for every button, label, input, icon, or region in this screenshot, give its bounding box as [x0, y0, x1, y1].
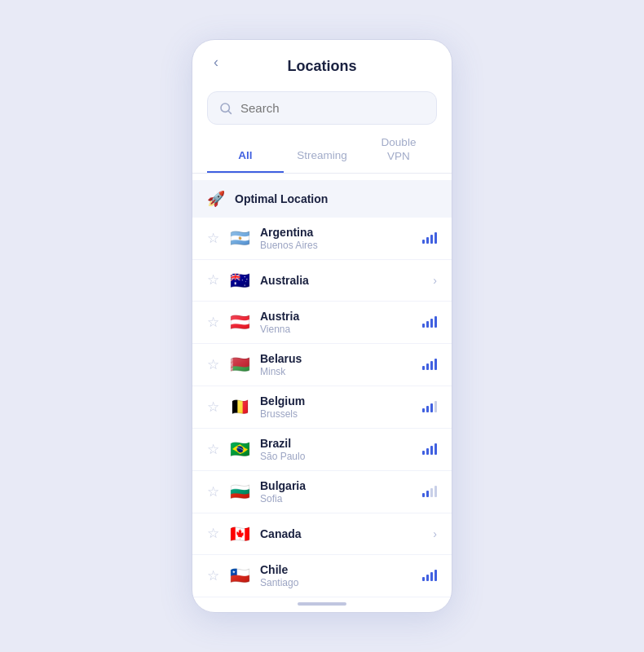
location-city: Vienna — [260, 324, 414, 335]
list-item[interactable]: ☆ 🇧🇷 Brazil São Paulo — [192, 429, 452, 471]
location-city: Santiago — [260, 577, 414, 588]
list-item[interactable]: ☆ 🇦🇷 Argentina Buenos Aires — [192, 218, 452, 260]
flag-icon: 🇦🇺 — [227, 268, 252, 293]
location-info: Australia — [260, 274, 425, 287]
tab-all[interactable]: All — [207, 148, 284, 173]
favorite-button[interactable]: ☆ — [207, 441, 219, 458]
location-city: São Paulo — [260, 451, 414, 462]
location-info: Belgium Brussels — [260, 394, 414, 420]
location-info: Bulgaria Sofia — [260, 479, 414, 504]
location-name: Austria — [260, 310, 414, 323]
search-input[interactable] — [240, 101, 425, 115]
search-bar — [207, 91, 437, 125]
flag-icon: 🇦🇹 — [227, 310, 252, 334]
location-info: Austria Vienna — [260, 310, 414, 335]
favorite-button[interactable]: ☆ — [207, 567, 219, 584]
location-name: Argentina — [260, 226, 414, 239]
location-info: Argentina Buenos Aires — [260, 226, 414, 251]
phone-shell: ‹ Locations All Streaming DoubleVPN 🚀 Op… — [192, 39, 452, 612]
favorite-button[interactable]: ☆ — [207, 399, 219, 416]
chevron-right-icon: › — [433, 274, 437, 287]
chevron-right-icon: › — [433, 527, 437, 540]
flag-icon: 🇧🇾 — [227, 352, 252, 377]
list-item[interactable]: ☆ 🇨🇦 Canada › — [192, 513, 452, 555]
favorite-button[interactable]: ☆ — [207, 271, 219, 289]
tabs-bar: All Streaming DoubleVPN — [192, 125, 452, 173]
back-button[interactable]: ‹ — [207, 50, 225, 73]
flag-icon: 🇧🇪 — [227, 394, 252, 419]
location-name: Brazil — [260, 437, 414, 450]
favorite-button[interactable]: ☆ — [207, 356, 219, 373]
signal-icon — [422, 232, 437, 244]
optimal-location-label: Optimal Location — [235, 192, 328, 205]
location-name: Bulgaria — [260, 479, 414, 492]
flag-icon: 🇧🇷 — [227, 437, 252, 461]
optimal-icon: 🚀 — [207, 190, 225, 208]
list-item[interactable]: ☆ 🇦🇹 Austria Vienna — [192, 302, 452, 344]
signal-icon — [422, 316, 437, 328]
flag-icon: 🇨🇱 — [227, 563, 252, 588]
list-item[interactable]: ☆ 🇧🇬 Bulgaria Sofia — [192, 471, 452, 513]
flag-icon: 🇦🇷 — [227, 226, 252, 250]
optimal-location-row[interactable]: 🚀 Optimal Location — [192, 180, 452, 218]
flag-icon: 🇨🇦 — [227, 522, 252, 546]
tab-streaming[interactable]: Streaming — [284, 148, 360, 173]
tab-double-vpn[interactable]: DoubleVPN — [360, 136, 437, 172]
signal-icon — [422, 443, 437, 455]
header: ‹ Locations — [192, 40, 452, 83]
list-item[interactable]: ☆ 🇧🇪 Belgium Brussels — [192, 386, 452, 429]
location-name: Canada — [260, 527, 425, 540]
search-icon — [219, 102, 232, 115]
location-name: Belgium — [260, 394, 414, 408]
location-city: Brussels — [260, 408, 414, 420]
list-item[interactable]: ☆ 🇦🇺 Australia › — [192, 260, 452, 302]
location-list: ☆ 🇦🇷 Argentina Buenos Aires ☆ 🇦🇺 Austral… — [192, 218, 452, 597]
list-item[interactable]: ☆ 🇧🇾 Belarus Minsk — [192, 344, 452, 386]
location-name: Belarus — [260, 352, 414, 365]
location-info: Chile Santiago — [260, 563, 414, 588]
location-info: Brazil São Paulo — [260, 437, 414, 462]
location-city: Buenos Aires — [260, 240, 414, 251]
scroll-indicator — [298, 602, 346, 606]
list-item[interactable]: ☆ 🇨🇱 Chile Santiago — [192, 555, 452, 597]
location-city: Sofia — [260, 493, 414, 504]
favorite-button[interactable]: ☆ — [207, 483, 219, 500]
signal-icon — [422, 570, 437, 581]
flag-icon: 🇧🇬 — [227, 479, 252, 504]
back-icon: ‹ — [214, 53, 218, 70]
signal-icon — [422, 359, 437, 370]
location-name: Australia — [260, 274, 425, 287]
signal-icon — [422, 401, 437, 412]
location-info: Canada — [260, 527, 425, 540]
signal-icon — [422, 486, 437, 497]
location-name: Chile — [260, 563, 414, 576]
page-title: Locations — [287, 58, 356, 75]
location-city: Minsk — [260, 366, 414, 377]
favorite-button[interactable]: ☆ — [207, 230, 219, 247]
location-info: Belarus Minsk — [260, 352, 414, 377]
favorite-button[interactable]: ☆ — [207, 314, 219, 331]
favorite-button[interactable]: ☆ — [207, 525, 219, 542]
